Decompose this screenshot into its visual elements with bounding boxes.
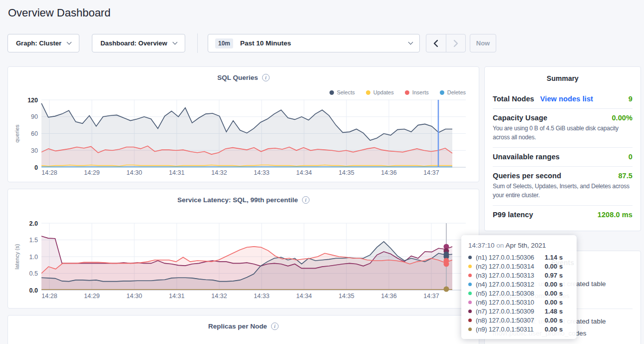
- summary-row-p99: P99 latency 1208.0 ms: [485, 206, 641, 224]
- tooltip-node-row: (n7) 127.0.0.1:503091.48 s: [468, 307, 570, 316]
- tooltip-node-row: (n5) 127.0.0.1:503080.00 s: [468, 289, 570, 298]
- node-color-dot: [468, 319, 472, 322]
- time-range-badge: 10m: [215, 38, 233, 48]
- summary-row-unavailable: Unavailable ranges 0: [485, 148, 641, 166]
- chevron-down-icon: [67, 40, 72, 45]
- capacity-usage-value: 0.00%: [612, 114, 633, 122]
- dashboard-selector-dropdown[interactable]: Dashboard: Overview: [92, 34, 185, 52]
- total-nodes-label: Total Nodes: [493, 95, 534, 103]
- graph-selector-label: Graph: Cluster: [16, 39, 61, 47]
- svg-text:90: 90: [31, 113, 38, 120]
- svg-text:14:29: 14:29: [84, 169, 99, 176]
- svg-text:14:28: 14:28: [41, 169, 57, 176]
- summary-panel: Summary Total Nodes View nodes list 9 Ca…: [484, 66, 641, 231]
- svg-text:14:30: 14:30: [126, 169, 142, 176]
- unavailable-ranges-label: Unavailable ranges: [493, 153, 560, 161]
- time-range-label: Past 10 Minutes: [240, 39, 291, 47]
- tooltip-date: Apr 5th, 2021: [505, 242, 546, 249]
- svg-text:30: 30: [31, 147, 38, 154]
- sql-queries-panel: SQL Queries i SelectsUpdatesInsertsDelet…: [7, 66, 479, 182]
- svg-text:14:29: 14:29: [84, 293, 99, 300]
- svg-text:14:31: 14:31: [169, 293, 184, 300]
- page-title: Overview Dashboard: [8, 6, 110, 19]
- svg-text:queries: queries: [14, 124, 20, 143]
- time-prev-button[interactable]: [426, 34, 446, 52]
- summary-title: Summary: [485, 67, 641, 82]
- svg-text:2.0: 2.0: [29, 220, 38, 227]
- svg-text:1.5: 1.5: [29, 237, 38, 244]
- qps-description: Sum of Selects, Updates, Inserts, and De…: [493, 182, 633, 200]
- tooltip-node-row: (n2) 127.0.0.1:503140.00 s: [468, 262, 570, 271]
- tooltip-node-row: (n6) 127.0.0.1:503100.00 s: [468, 298, 570, 307]
- graph-selector-dropdown[interactable]: Graph: Cluster: [7, 34, 79, 52]
- summary-row-qps: Queries per second 87.5 Sum of Selects, …: [485, 167, 641, 205]
- qps-value: 87.5: [618, 172, 633, 180]
- chevron-right-icon: [453, 39, 458, 47]
- svg-text:14:32: 14:32: [211, 293, 227, 300]
- svg-text:14:34: 14:34: [296, 293, 312, 300]
- svg-text:14:28: 14:28: [41, 293, 57, 300]
- capacity-usage-description: You are using 0 B of 4.5 GiB usable disk…: [493, 124, 633, 142]
- replicas-per-node-panel: Replicas per Node i: [7, 315, 479, 344]
- qps-label: Queries per second: [493, 172, 561, 180]
- replicas-per-node-title: Replicas per Node: [208, 323, 267, 330]
- svg-text:60: 60: [31, 130, 38, 137]
- node-color-dot: [468, 301, 472, 304]
- tooltip-time: 14:37:10: [468, 242, 495, 249]
- svg-text:14:37: 14:37: [423, 293, 439, 300]
- p99-latency-value: 1208.0 ms: [598, 211, 633, 219]
- tooltip-node-row: (n1) 127.0.0.1:503061.14 s: [468, 253, 570, 262]
- svg-text:14:33: 14:33: [254, 169, 269, 176]
- tooltip-node-row: (n9) 127.0.0.1:503110.00 s: [468, 325, 570, 334]
- capacity-usage-label: Capacity Usage: [493, 114, 547, 122]
- time-nav-group: [426, 34, 466, 52]
- service-latency-chart[interactable]: 14:2814:2914:3014:3114:3214:3314:3414:35…: [8, 189, 479, 308]
- chevron-left-icon: [433, 39, 438, 47]
- unavailable-ranges-value: 0: [629, 153, 633, 161]
- chart-hover-tooltip: 14:37:10 on Apr 5th, 2021 (n1) 127.0.0.1…: [461, 235, 577, 339]
- now-button[interactable]: Now: [470, 34, 496, 52]
- p99-latency-label: P99 latency: [493, 211, 533, 219]
- summary-row-total-nodes: Total Nodes View nodes list 9: [485, 90, 641, 108]
- tooltip-node-row: (n4) 127.0.0.1:503120.00 s: [468, 280, 570, 289]
- svg-text:14:35: 14:35: [338, 293, 354, 300]
- chevron-down-icon: [172, 40, 177, 45]
- node-color-dot: [468, 310, 472, 313]
- summary-row-capacity: Capacity Usage 0.00% You are using 0 B o…: [485, 109, 641, 147]
- sql-queries-chart[interactable]: 14:2814:2914:3014:3114:3214:3314:3414:35…: [8, 67, 479, 182]
- tooltip-header: 14:37:10 on Apr 5th, 2021: [468, 242, 570, 249]
- node-color-dot: [468, 256, 472, 259]
- svg-text:14:31: 14:31: [169, 169, 184, 176]
- dashboard-selector-label: Dashboard: Overview: [100, 39, 167, 47]
- svg-text:14:33: 14:33: [254, 293, 269, 300]
- chevron-down-icon: [408, 40, 413, 45]
- svg-text:1.0: 1.0: [29, 254, 38, 261]
- view-nodes-list-link[interactable]: View nodes list: [540, 95, 593, 103]
- node-color-dot: [468, 292, 472, 295]
- svg-text:14:32: 14:32: [211, 169, 227, 176]
- svg-text:120: 120: [27, 97, 38, 104]
- service-latency-panel: Service Latency: SQL, 99th percentile i …: [7, 189, 479, 309]
- info-icon[interactable]: i: [271, 323, 279, 330]
- svg-text:latency (s): latency (s): [14, 244, 20, 270]
- svg-text:14:36: 14:36: [381, 169, 396, 176]
- svg-text:0: 0: [34, 164, 38, 171]
- tooltip-node-row: (n3) 127.0.0.1:503130.97 s: [468, 271, 570, 280]
- node-color-dot: [468, 265, 472, 268]
- node-color-dot: [468, 328, 472, 331]
- svg-text:14:34: 14:34: [296, 169, 312, 176]
- node-color-dot: [468, 283, 472, 286]
- svg-text:14:35: 14:35: [338, 169, 354, 176]
- total-nodes-value: 9: [629, 95, 633, 103]
- svg-text:0.5: 0.5: [29, 270, 38, 277]
- time-next-button[interactable]: [446, 34, 466, 52]
- svg-text:0.0: 0.0: [29, 287, 38, 294]
- svg-text:14:36: 14:36: [381, 293, 396, 300]
- node-color-dot: [468, 274, 472, 277]
- svg-text:14:37: 14:37: [423, 169, 439, 176]
- tooltip-node-row: (n8) 127.0.0.1:503070.00 s: [468, 316, 570, 325]
- controls-divider: [197, 33, 198, 53]
- svg-text:14:30: 14:30: [126, 293, 142, 300]
- time-range-dropdown[interactable]: 10m Past 10 Minutes: [208, 34, 420, 52]
